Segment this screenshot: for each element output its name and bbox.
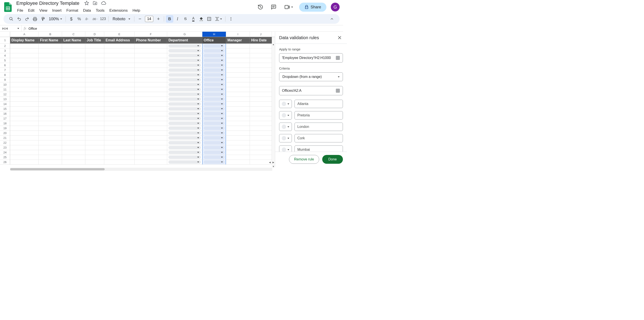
cell[interactable] — [85, 116, 104, 121]
cell[interactable] — [62, 131, 85, 135]
cell[interactable] — [10, 102, 39, 106]
cell[interactable] — [167, 145, 202, 150]
cell[interactable] — [250, 131, 272, 135]
sheets-logo-icon[interactable] — [4, 3, 12, 12]
cell[interactable] — [202, 87, 226, 92]
cell[interactable] — [10, 116, 39, 121]
cell[interactable] — [226, 82, 250, 87]
cell[interactable] — [202, 121, 226, 126]
cell[interactable] — [226, 97, 250, 102]
close-icon[interactable] — [336, 34, 343, 41]
cell[interactable] — [250, 63, 272, 68]
row-header[interactable]: 5 — [0, 58, 10, 63]
cell[interactable] — [39, 44, 62, 48]
column-header[interactable]: H — [202, 32, 226, 37]
cell[interactable] — [250, 145, 272, 150]
cell[interactable] — [10, 53, 39, 58]
cell[interactable] — [226, 73, 250, 77]
cell[interactable] — [104, 111, 134, 116]
cell[interactable] — [10, 140, 39, 145]
cell[interactable] — [85, 87, 104, 92]
cell[interactable] — [134, 97, 167, 102]
cell[interactable] — [85, 107, 104, 111]
cell[interactable] — [39, 102, 62, 106]
row-header[interactable]: 23 — [0, 145, 10, 150]
cell[interactable] — [134, 102, 167, 106]
table-header-cell[interactable]: Hire Date — [250, 37, 272, 44]
row-header[interactable]: 4 — [0, 53, 10, 58]
cell[interactable] — [226, 155, 250, 160]
name-box[interactable]: H:H — [0, 25, 22, 32]
cell[interactable] — [39, 126, 62, 131]
cell[interactable] — [39, 92, 62, 97]
cell[interactable] — [85, 73, 104, 77]
strikethrough-icon[interactable]: S — [182, 15, 189, 23]
cell[interactable] — [10, 97, 39, 102]
cell[interactable] — [10, 107, 39, 111]
cell[interactable] — [85, 155, 104, 160]
cell[interactable] — [226, 63, 250, 68]
table-header-cell[interactable]: Phone Number — [134, 37, 167, 44]
cell[interactable] — [202, 58, 226, 63]
done-button[interactable]: Done — [322, 155, 343, 164]
cell[interactable] — [167, 82, 202, 87]
cell[interactable] — [250, 121, 272, 126]
cell[interactable] — [104, 87, 134, 92]
cell[interactable] — [226, 126, 250, 131]
dropdown-chip[interactable] — [204, 44, 224, 48]
cell[interactable] — [39, 73, 62, 77]
row-header[interactable]: 11 — [0, 87, 10, 92]
cell[interactable] — [62, 121, 85, 126]
column-header[interactable]: D — [85, 32, 104, 37]
column-header[interactable]: I — [226, 32, 250, 37]
dropdown-chip[interactable] — [204, 59, 224, 62]
table-header-cell[interactable]: Department — [167, 37, 202, 44]
menu-edit[interactable]: Edit — [26, 8, 36, 14]
cell[interactable] — [167, 116, 202, 121]
cell[interactable] — [104, 102, 134, 106]
cell[interactable] — [134, 73, 167, 77]
cell[interactable] — [167, 131, 202, 135]
cell[interactable] — [104, 78, 134, 82]
cell[interactable] — [134, 145, 167, 150]
cell[interactable] — [10, 136, 39, 140]
dropdown-chip[interactable] — [168, 83, 201, 86]
cell[interactable] — [226, 92, 250, 97]
paint-format-icon[interactable] — [39, 15, 47, 23]
cell[interactable] — [250, 78, 272, 82]
cell[interactable] — [167, 58, 202, 63]
cell[interactable] — [134, 131, 167, 135]
dropdown-chip[interactable] — [204, 112, 224, 115]
cell[interactable] — [39, 116, 62, 121]
cell[interactable] — [104, 145, 134, 150]
column-header[interactable]: B — [39, 32, 62, 37]
dropdown-chip[interactable] — [168, 88, 201, 91]
cell[interactable] — [250, 140, 272, 145]
cell[interactable] — [167, 150, 202, 155]
cell[interactable] — [134, 160, 167, 164]
cell[interactable] — [104, 44, 134, 48]
format-123-icon[interactable]: 123 — [99, 15, 107, 23]
cell[interactable] — [104, 116, 134, 121]
cell[interactable] — [104, 121, 134, 126]
cell[interactable] — [250, 97, 272, 102]
cell[interactable] — [250, 49, 272, 53]
scroll-up-icon[interactable]: ▲ — [272, 43, 274, 46]
table-header-cell[interactable]: Office — [202, 37, 226, 44]
option-color-button[interactable] — [279, 134, 292, 142]
cell[interactable] — [62, 58, 85, 63]
cell[interactable] — [202, 155, 226, 160]
cell[interactable] — [10, 82, 39, 87]
zoom-select[interactable]: 100% — [47, 17, 64, 21]
cell[interactable] — [202, 78, 226, 82]
cell[interactable] — [226, 87, 250, 92]
table-header-cell[interactable]: Job Title — [85, 37, 104, 44]
move-icon[interactable] — [92, 1, 98, 6]
column-header[interactable]: G — [167, 32, 202, 37]
cell[interactable] — [10, 155, 39, 160]
cell[interactable] — [226, 116, 250, 121]
cell[interactable] — [39, 145, 62, 150]
dropdown-chip[interactable] — [204, 136, 224, 140]
cell[interactable] — [62, 63, 85, 68]
cell[interactable] — [134, 126, 167, 131]
